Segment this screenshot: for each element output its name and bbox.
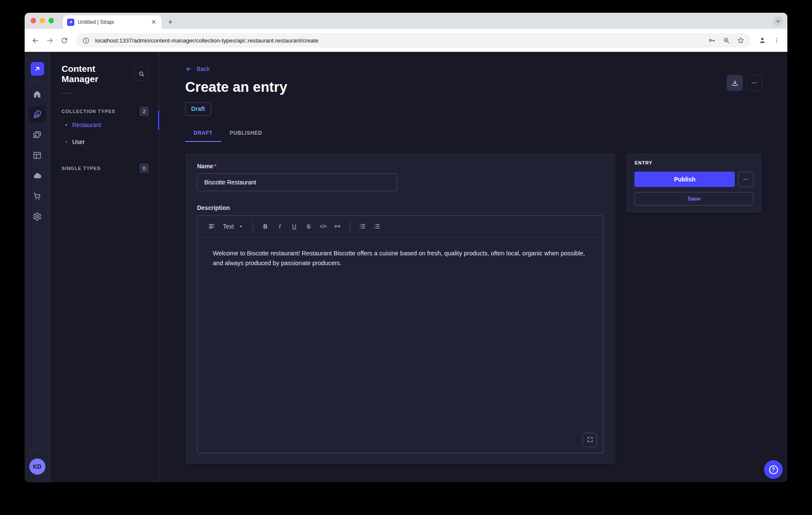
required-asterisk: * bbox=[214, 163, 216, 170]
single-types-count-badge: 0 bbox=[140, 164, 149, 173]
zoom-icon[interactable] bbox=[721, 35, 731, 45]
block-type-select[interactable]: Text bbox=[220, 220, 247, 233]
rail-divider bbox=[30, 81, 45, 82]
tab-close-icon[interactable]: ✕ bbox=[150, 18, 157, 26]
back-link[interactable]: Back bbox=[185, 65, 210, 73]
kebab-icon bbox=[743, 176, 749, 182]
rich-text-editor: Text B I U S </> bbox=[197, 215, 603, 453]
entry-form-card: Name* Description Text bbox=[185, 153, 615, 464]
browser-tab-strip: Untitled | Strapi ✕ + bbox=[25, 13, 787, 29]
password-key-icon[interactable] bbox=[707, 35, 717, 45]
new-tab-button[interactable]: + bbox=[165, 17, 176, 28]
main-content: Back Create an entry Draft DRAFT PUBLISH… bbox=[159, 52, 787, 482]
blocks-list-icon[interactable] bbox=[205, 220, 218, 233]
export-download-button[interactable] bbox=[727, 75, 743, 91]
sidebar-item-marketplace[interactable] bbox=[29, 187, 46, 204]
subnav-item-label: Restaurant bbox=[72, 122, 101, 128]
block-type-value: Text bbox=[223, 223, 234, 230]
publish-button[interactable]: Publish bbox=[634, 172, 735, 187]
description-editor-content[interactable]: Welcome to Biscotte restaurant! Restaura… bbox=[197, 238, 603, 453]
bookmark-star-icon[interactable] bbox=[736, 35, 746, 45]
user-avatar[interactable]: KD bbox=[29, 458, 45, 475]
tab-search-button[interactable] bbox=[773, 16, 783, 26]
bulleted-list-icon bbox=[359, 223, 366, 230]
single-types-section: SINGLE TYPES 0 bbox=[62, 163, 149, 173]
more-actions-button[interactable] bbox=[746, 75, 762, 91]
nav-rail: KD bbox=[25, 52, 50, 482]
numbered-list-button[interactable]: 12 bbox=[371, 220, 383, 233]
sidebar-item-cloud[interactable] bbox=[29, 167, 46, 184]
browser-menu-kebab-icon[interactable] bbox=[770, 34, 783, 47]
arrow-left-icon bbox=[185, 65, 192, 73]
reload-button[interactable] bbox=[58, 34, 70, 47]
url-text[interactable]: localhost:1337/admin/content-manager/col… bbox=[95, 37, 702, 44]
profile-button[interactable] bbox=[756, 34, 769, 47]
content-manager-subnav: Content Manager COLLECTION TYPES 2 Resta… bbox=[50, 52, 159, 482]
tab-published[interactable]: PUBLISHED bbox=[221, 126, 271, 142]
status-badge: Draft bbox=[185, 102, 211, 116]
sidebar-item-home[interactable] bbox=[29, 85, 46, 102]
browser-window: Untitled | Strapi ✕ + localhost:1337/adm… bbox=[25, 13, 787, 482]
single-types-label: SINGLE TYPES bbox=[62, 166, 101, 171]
subnav-item-label: User bbox=[72, 139, 85, 145]
save-button[interactable]: Save bbox=[634, 192, 753, 206]
bullet-icon bbox=[65, 141, 67, 143]
browser-tab[interactable]: Untitled | Strapi ✕ bbox=[63, 15, 161, 29]
expand-editor-button[interactable] bbox=[583, 433, 597, 447]
svg-text:1: 1 bbox=[374, 223, 375, 226]
entry-more-button[interactable] bbox=[738, 172, 753, 187]
svg-text:2: 2 bbox=[374, 226, 375, 229]
version-tabs: DRAFT PUBLISHED bbox=[185, 126, 762, 142]
toolbar-separator bbox=[253, 221, 253, 232]
link-icon bbox=[334, 223, 341, 230]
toolbar-separator bbox=[350, 221, 350, 232]
bullet-icon bbox=[65, 124, 67, 126]
name-input[interactable] bbox=[197, 173, 397, 191]
entry-panel-title: ENTRY bbox=[634, 160, 753, 165]
italic-button[interactable]: I bbox=[273, 220, 286, 233]
bold-button[interactable]: B bbox=[259, 220, 272, 233]
tab-title: Untitled | Strapi bbox=[78, 19, 147, 25]
bulleted-list-button[interactable] bbox=[356, 220, 369, 233]
back-label: Back bbox=[197, 65, 210, 72]
strikethrough-button[interactable]: S bbox=[302, 220, 315, 233]
collection-types-section: COLLECTION TYPES 2 bbox=[62, 106, 149, 116]
caret-down-icon bbox=[238, 224, 243, 229]
code-button[interactable]: </> bbox=[317, 220, 330, 233]
name-field-label: Name* bbox=[197, 163, 217, 170]
browser-forward-button[interactable] bbox=[43, 34, 56, 47]
sidebar-item-media-library[interactable] bbox=[29, 126, 46, 143]
collection-types-label: COLLECTION TYPES bbox=[62, 109, 116, 114]
sidebar-item-content-type-builder[interactable] bbox=[29, 147, 46, 164]
sidebar-item-content-manager[interactable] bbox=[29, 106, 46, 123]
underline-button[interactable]: U bbox=[288, 220, 301, 233]
browser-toolbar: localhost:1337/admin/content-manager/col… bbox=[25, 29, 787, 52]
tab-draft[interactable]: DRAFT bbox=[185, 126, 221, 142]
help-button[interactable]: ? bbox=[764, 460, 783, 479]
strapi-app: KD Content Manager COLLECTION TYPES 2 Re… bbox=[25, 52, 787, 482]
window-controls bbox=[31, 18, 54, 23]
strapi-favicon-icon bbox=[67, 19, 74, 26]
collection-types-count-badge: 2 bbox=[140, 107, 149, 116]
address-bar[interactable]: localhost:1337/admin/content-manager/col… bbox=[76, 33, 751, 48]
browser-back-button[interactable] bbox=[29, 34, 42, 47]
link-button[interactable] bbox=[331, 220, 344, 233]
subnav-item-restaurant[interactable]: Restaurant bbox=[62, 116, 149, 133]
editor-toolbar: Text B I U S </> bbox=[197, 216, 603, 238]
numbered-list-icon: 12 bbox=[373, 223, 381, 230]
subnav-item-user[interactable]: User bbox=[62, 133, 149, 150]
page-title: Create an entry bbox=[185, 78, 762, 96]
search-button[interactable] bbox=[134, 67, 149, 81]
strapi-logo-icon[interactable] bbox=[31, 62, 44, 76]
sidebar-item-settings[interactable] bbox=[29, 208, 46, 225]
minimize-window-button[interactable] bbox=[39, 18, 45, 23]
subnav-title: Content Manager bbox=[62, 64, 134, 84]
description-field-label: Description bbox=[197, 204, 603, 211]
question-mark-icon: ? bbox=[769, 465, 778, 474]
rail-divider bbox=[30, 449, 45, 450]
entry-side-panel: ENTRY Publish Save bbox=[626, 153, 762, 213]
expand-icon bbox=[587, 436, 593, 443]
site-info-icon[interactable] bbox=[81, 35, 91, 45]
zoom-window-button[interactable] bbox=[48, 18, 54, 23]
close-window-button[interactable] bbox=[31, 18, 36, 23]
